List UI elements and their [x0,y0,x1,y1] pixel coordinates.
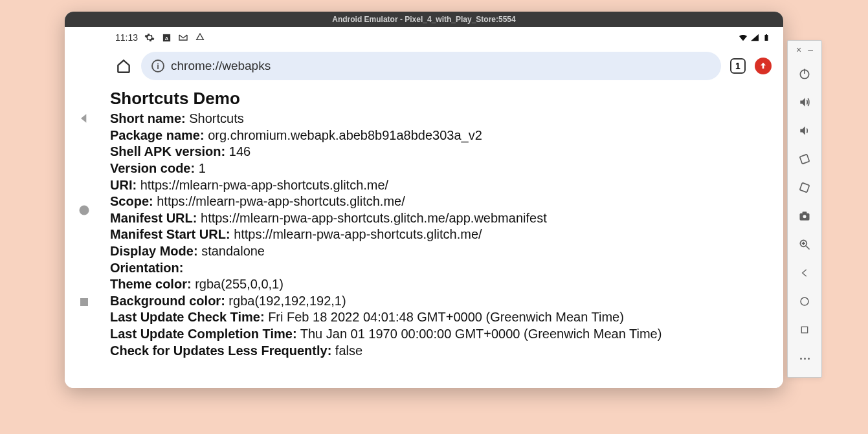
panel-close-icon[interactable]: × [796,45,801,55]
emulator-window: Android Emulator - Pixel_4_with_Play_Sto… [65,12,783,388]
info-row: Shell APK version: 146 [110,144,777,160]
back-button[interactable] [77,111,91,125]
svg-text:A: A [164,35,168,41]
app-icon-a: A [161,32,172,43]
info-label: Background color: [110,294,225,308]
android-nav-rail [65,27,104,388]
page-title: Shortcuts Demo [110,88,777,109]
svg-point-11 [803,215,807,218]
screenshot-button[interactable] [797,209,812,223]
home-button[interactable] [77,203,91,217]
info-row: Package name: org.chromium.webapk.abeb8b… [110,127,777,144]
info-label: Orientation: [110,261,183,275]
tab-count: 1 [735,61,740,71]
info-value: https://mlearn-pwa-app-shortcuts.glitch.… [230,227,482,241]
svg-rect-4 [765,35,768,41]
info-value: 146 [225,144,250,158]
power-button[interactable] [797,67,812,81]
panel-overview-button[interactable] [797,323,812,337]
signal-icon [750,32,760,43]
info-value: Fri Feb 18 2022 04:01:48 GMT+0000 (Green… [265,310,624,324]
info-value: Shortcuts [186,111,244,125]
info-label: Short name: [110,111,186,125]
info-value: https://mlearn-pwa-app-shortcuts.glitch.… [197,211,546,225]
info-value: standalone [198,244,265,258]
svg-rect-1 [80,298,88,306]
page-content: Shortcuts Demo Short name: ShortcutsPack… [104,84,783,388]
info-label: Version code: [110,161,195,175]
url-bar[interactable]: i chrome://webapks [141,52,721,80]
site-info-icon[interactable]: i [151,60,164,72]
svg-point-17 [801,298,808,305]
info-value: Thu Jan 01 1970 00:00:00 GMT+0000 (Green… [297,327,662,341]
battery-icon [761,32,772,43]
more-options-button[interactable] [797,351,812,365]
info-value: rgba(192,192,192,1) [225,294,346,308]
info-row: Background color: rgba(192,192,192,1) [110,293,777,310]
panel-minimize-icon[interactable]: – [808,45,813,55]
panel-home-button[interactable] [797,294,812,309]
gmail-icon [178,32,188,43]
info-label: URI: [110,178,137,192]
svg-rect-5 [766,34,767,36]
android-status-bar: 11:13 A [104,27,783,48]
info-row: Theme color: rgba(255,0,0,1) [110,276,777,293]
svg-rect-18 [801,327,807,332]
info-row: Last Update Check Time: Fri Feb 18 2022 … [110,309,777,326]
info-row: Short name: Shortcuts [110,111,777,127]
info-label: Theme color: [110,277,192,291]
info-row: Manifest URL: https://mlearn-pwa-app-sho… [110,210,777,227]
info-value: 1 [195,161,206,175]
info-row: Last Update Completion Time: Thu Jan 01 … [110,326,777,343]
info-label: Last Update Check Time: [110,310,265,324]
info-row: Check for Updates Less Frequently: false [110,343,777,360]
info-value: rgba(255,0,0,1) [192,277,284,291]
info-value: false [331,343,362,358]
info-label: Manifest Start URL: [110,227,230,241]
info-row: Version code: 1 [110,160,777,177]
emulator-side-panel: × – [787,40,822,378]
info-label: Manifest URL: [110,211,197,225]
panel-back-button[interactable] [797,266,812,280]
volume-up-button[interactable] [797,95,812,109]
info-value: org.chromium.webapk.abeb8b91a8bde303a_v2 [205,128,482,142]
rotate-right-button[interactable] [797,180,812,195]
info-value: https://mlearn-pwa-app-shortcuts.glitch.… [137,178,388,192]
volume-down-button[interactable] [797,124,812,138]
svg-line-14 [807,246,810,250]
info-label: Package name: [110,128,205,142]
svg-rect-9 [800,183,810,193]
info-label: Last Update Completion Time: [110,327,297,341]
gear-icon [144,32,155,43]
rotate-left-button[interactable] [797,152,812,166]
chrome-toolbar: i chrome://webapks 1 [104,48,783,84]
device-screen: 11:13 A [104,27,783,388]
info-row: URI: https://mlearn-pwa-app-shortcuts.gl… [110,177,777,194]
svg-rect-12 [803,212,807,213]
drive-icon [195,32,205,43]
svg-rect-8 [800,155,810,164]
status-time: 11:13 [115,32,138,43]
zoom-button[interactable] [797,237,812,252]
overview-button[interactable] [77,295,91,309]
tab-switcher-button[interactable]: 1 [730,58,746,74]
chrome-home-icon[interactable] [115,58,132,74]
info-row: Manifest Start URL: https://mlearn-pwa-a… [110,226,777,243]
wifi-icon [738,32,748,43]
info-row: Display Mode: standalone [110,243,777,260]
window-title: Android Emulator - Pixel_4_with_Play_Sto… [332,15,515,24]
svg-point-0 [80,206,89,215]
update-chrome-icon[interactable] [755,58,772,74]
url-text: chrome://webapks [171,59,271,73]
info-row: Orientation: [110,260,777,277]
info-row: Scope: https://mlearn-pwa-app-shortcuts.… [110,193,777,210]
info-label: Scope: [110,194,153,208]
window-titlebar: Android Emulator - Pixel_4_with_Play_Sto… [65,12,783,27]
info-label: Shell APK version: [110,144,225,158]
info-value: https://mlearn-pwa-app-shortcuts.glitch.… [153,194,405,208]
info-label: Check for Updates Less Frequently: [110,343,331,358]
emulator-body: 11:13 A [65,27,783,388]
info-label: Display Mode: [110,244,198,258]
